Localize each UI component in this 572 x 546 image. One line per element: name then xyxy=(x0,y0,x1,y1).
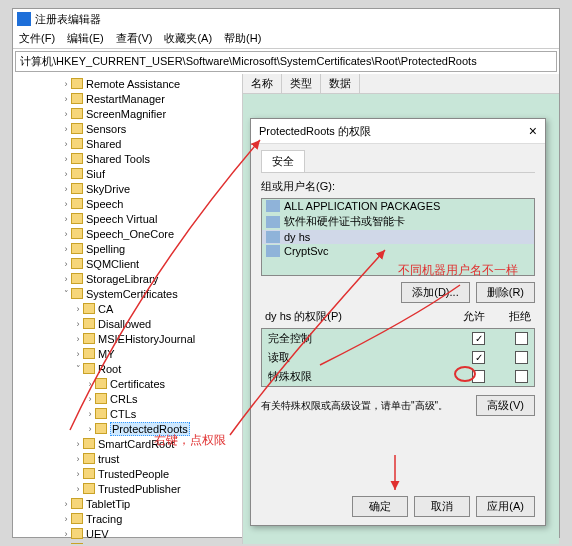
menu-edit[interactable]: 编辑(E) xyxy=(67,31,104,46)
tree-item[interactable]: ›CA xyxy=(13,301,242,316)
close-icon[interactable]: × xyxy=(529,123,537,139)
advanced-button[interactable]: 高级(V) xyxy=(476,395,535,416)
allow-checkbox[interactable]: ✓ xyxy=(472,332,485,345)
deny-checkbox[interactable] xyxy=(515,370,528,383)
perm-row: 特殊权限 xyxy=(262,367,534,386)
add-button[interactable]: 添加(D)... xyxy=(401,282,469,303)
deny-checkbox[interactable] xyxy=(515,332,528,345)
tree-item[interactable]: ›CRLs xyxy=(13,391,242,406)
tree-item[interactable]: ›Certificates xyxy=(13,376,242,391)
permissions-dialog: ProtectedRoots 的权限 × 安全 组或用户名(G): ALL AP… xyxy=(250,118,546,526)
tab-security[interactable]: 安全 xyxy=(261,150,305,172)
tree-item[interactable]: ›SmartCardRoot xyxy=(13,436,242,451)
menu-fav[interactable]: 收藏夹(A) xyxy=(164,31,212,46)
perm-row: 读取✓ xyxy=(262,348,534,367)
user-row[interactable]: CryptSvc xyxy=(262,244,534,258)
regedit-icon xyxy=(17,12,31,26)
tree-item[interactable]: ›CTLs xyxy=(13,406,242,421)
apply-button[interactable]: 应用(A) xyxy=(476,496,535,517)
tree-item[interactable]: ›Unified Store xyxy=(13,541,242,544)
user-row[interactable]: dy hs xyxy=(262,230,534,244)
tree-item[interactable]: ›Tracing xyxy=(13,511,242,526)
user-list[interactable]: ALL APPLICATION PACKAGES软件和硬件证书或智能卡dy hs… xyxy=(261,198,535,276)
tree-item[interactable]: ›ScreenMagnifier xyxy=(13,106,242,121)
user-row[interactable]: ALL APPLICATION PACKAGES xyxy=(262,199,534,213)
special-note: 有关特殊权限或高级设置，请单击"高级"。 xyxy=(261,399,448,413)
menu-help[interactable]: 帮助(H) xyxy=(224,31,261,46)
address-bar[interactable]: 计算机\HKEY_CURRENT_USER\Software\Microsoft… xyxy=(15,51,557,72)
tree-item[interactable]: ›TrustedPeople xyxy=(13,466,242,481)
allow-checkbox[interactable] xyxy=(472,370,485,383)
registry-tree[interactable]: ›Remote Assistance›RestartManager›Screen… xyxy=(13,74,243,544)
tree-item[interactable]: ›Speech_OneCore xyxy=(13,226,242,241)
tree-item[interactable]: ›UEV xyxy=(13,526,242,541)
tree-item[interactable]: ›Speech Virtual xyxy=(13,211,242,226)
tree-item[interactable]: ›Disallowed xyxy=(13,316,242,331)
ok-button[interactable]: 确定 xyxy=(352,496,408,517)
perm-row: 完全控制✓ xyxy=(262,329,534,348)
tree-item[interactable]: ›Sensors xyxy=(13,121,242,136)
tree-item[interactable]: ›TrustedPublisher xyxy=(13,481,242,496)
group-users-label: 组或用户名(G): xyxy=(261,179,535,194)
tree-item[interactable]: ›SkyDrive xyxy=(13,181,242,196)
tree-item[interactable]: ›TabletTip xyxy=(13,496,242,511)
window-title: 注册表编辑器 xyxy=(35,12,101,27)
window-titlebar: 注册表编辑器 xyxy=(13,9,559,29)
col-data[interactable]: 数据 xyxy=(321,74,360,93)
tree-item[interactable]: ›Shared Tools xyxy=(13,151,242,166)
tree-item[interactable]: ›SQMClient xyxy=(13,256,242,271)
tree-item[interactable]: ›MY xyxy=(13,346,242,361)
col-name[interactable]: 名称 xyxy=(243,74,282,93)
user-row[interactable]: 软件和硬件证书或智能卡 xyxy=(262,213,534,230)
tree-item[interactable]: ›StorageLibrary xyxy=(13,271,242,286)
deny-checkbox[interactable] xyxy=(515,351,528,364)
tree-item[interactable]: ›MSIEHistoryJournal xyxy=(13,331,242,346)
allow-checkbox[interactable]: ✓ xyxy=(472,351,485,364)
tree-item[interactable]: ›Speech xyxy=(13,196,242,211)
allow-header: 允许 xyxy=(463,309,485,324)
menu-file[interactable]: 文件(F) xyxy=(19,31,55,46)
perm-label: dy hs 的权限(P) xyxy=(265,309,342,324)
remove-button[interactable]: 删除(R) xyxy=(476,282,535,303)
tree-item[interactable]: ›Spelling xyxy=(13,241,242,256)
tree-item[interactable]: ˅Root xyxy=(13,361,242,376)
tree-item[interactable]: ˅SystemCertificates xyxy=(13,286,242,301)
cancel-button[interactable]: 取消 xyxy=(414,496,470,517)
tree-item[interactable]: ›ProtectedRoots xyxy=(13,421,242,436)
menu-view[interactable]: 查看(V) xyxy=(116,31,153,46)
tree-item[interactable]: ›RestartManager xyxy=(13,91,242,106)
tree-item[interactable]: ›Shared xyxy=(13,136,242,151)
col-type[interactable]: 类型 xyxy=(282,74,321,93)
deny-header: 拒绝 xyxy=(509,309,531,324)
permission-list: 完全控制✓读取✓特殊权限 xyxy=(261,328,535,387)
tree-item[interactable]: ›Siuf xyxy=(13,166,242,181)
dialog-title: ProtectedRoots 的权限 xyxy=(259,124,371,139)
menubar: 文件(F) 编辑(E) 查看(V) 收藏夹(A) 帮助(H) xyxy=(13,29,559,49)
tree-item[interactable]: ›Remote Assistance xyxy=(13,76,242,91)
tree-item[interactable]: ›trust xyxy=(13,451,242,466)
